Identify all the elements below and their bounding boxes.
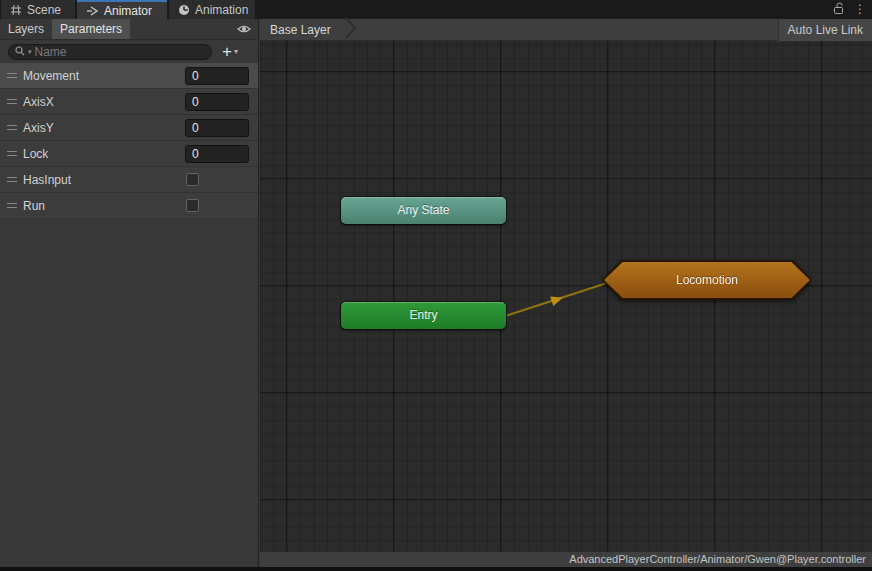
state-machine-graph: Base Layer Auto Live Link Any State Entr… xyxy=(260,19,872,567)
chevron-down-icon: ▾ xyxy=(234,47,238,56)
drag-handle-icon[interactable] xyxy=(7,203,17,208)
parameter-name: AxisY xyxy=(23,121,54,135)
parameter-row-axisy[interactable]: AxisY 0 xyxy=(0,115,258,141)
drag-handle-icon[interactable] xyxy=(7,177,17,182)
controller-path-statusbar: AdvancedPlayerController/Animator/Gwen@P… xyxy=(260,551,872,567)
node-entry[interactable]: Entry xyxy=(341,302,506,329)
parameter-search-row: ▾ + ▾ xyxy=(0,41,258,62)
breadcrumb-bar: Base Layer Auto Live Link xyxy=(260,19,872,41)
parameter-checkbox[interactable] xyxy=(186,199,199,212)
parameter-name: Movement xyxy=(23,69,79,83)
window-tab-bar: Scene Animator Animation ⋮ xyxy=(0,0,872,19)
parameter-name: Run xyxy=(23,199,45,213)
parameter-name: AxisX xyxy=(23,95,54,109)
tab-animator-label: Animator xyxy=(104,4,152,18)
parameters-panel: Layers Parameters ▾ + ▾ Movement xyxy=(0,19,259,567)
parameter-checkbox[interactable] xyxy=(186,173,199,186)
tab-animator[interactable]: Animator xyxy=(77,0,167,19)
breadcrumb-chevron-icon xyxy=(345,17,357,42)
tab-layers[interactable]: Layers xyxy=(0,19,52,39)
graph-canvas[interactable]: Any State Entry Locomotion xyxy=(260,41,872,551)
eye-icon[interactable] xyxy=(237,23,251,38)
parameter-row-lock[interactable]: Lock 0 xyxy=(0,141,258,167)
search-field[interactable]: ▾ xyxy=(8,44,212,60)
plus-icon: + xyxy=(222,44,232,60)
drag-handle-icon[interactable] xyxy=(7,125,17,130)
grid-icon xyxy=(10,4,22,16)
parameter-name: HasInput xyxy=(23,173,71,187)
tab-parameters[interactable]: Parameters xyxy=(52,19,130,39)
parameter-name: Lock xyxy=(23,147,48,161)
drag-handle-icon[interactable] xyxy=(7,151,17,156)
add-parameter-button[interactable]: + ▾ xyxy=(222,44,238,60)
parameter-row-axisx[interactable]: AxisX 0 xyxy=(0,89,258,115)
parameter-value-field[interactable]: 0 xyxy=(185,93,249,111)
clock-icon xyxy=(178,4,190,16)
parameter-list: Movement 0 AxisX 0 AxisY 0 Lock 0 HasInp… xyxy=(0,63,258,219)
tab-scene-label: Scene xyxy=(27,3,61,17)
parameter-row-run[interactable]: Run xyxy=(0,193,258,219)
tab-animation-label: Animation xyxy=(195,3,248,17)
search-filter-caret-icon: ▾ xyxy=(28,48,32,56)
tab-animation[interactable]: Animation xyxy=(169,0,255,19)
search-input[interactable] xyxy=(35,45,205,59)
tab-scene[interactable]: Scene xyxy=(1,0,75,19)
node-locomotion-label: Locomotion xyxy=(604,262,810,298)
parameter-value-field[interactable]: 0 xyxy=(185,119,249,137)
parameter-value-field[interactable]: 0 xyxy=(185,67,249,85)
lock-icon[interactable] xyxy=(832,2,844,18)
drag-handle-icon[interactable] xyxy=(7,99,17,104)
auto-live-link-button[interactable]: Auto Live Link xyxy=(778,19,872,41)
window-bottom-edge xyxy=(0,567,872,571)
search-icon xyxy=(15,45,25,59)
node-locomotion[interactable]: Locomotion xyxy=(602,260,812,300)
parameter-row-hasinput[interactable]: HasInput xyxy=(0,167,258,193)
breadcrumb[interactable]: Base Layer xyxy=(260,19,331,41)
drag-handle-icon[interactable] xyxy=(7,73,17,78)
node-any-state[interactable]: Any State xyxy=(341,197,506,224)
panel-tab-bar: Layers Parameters xyxy=(0,19,258,40)
kebab-menu-icon[interactable]: ⋮ xyxy=(854,0,866,19)
parameter-row-movement[interactable]: Movement 0 xyxy=(0,63,258,89)
parameter-value-field[interactable]: 0 xyxy=(185,145,249,163)
animator-window: Scene Animator Animation ⋮ Layers Parame… xyxy=(0,0,872,571)
animator-icon xyxy=(86,5,99,17)
window-buttons: ⋮ xyxy=(832,0,866,19)
